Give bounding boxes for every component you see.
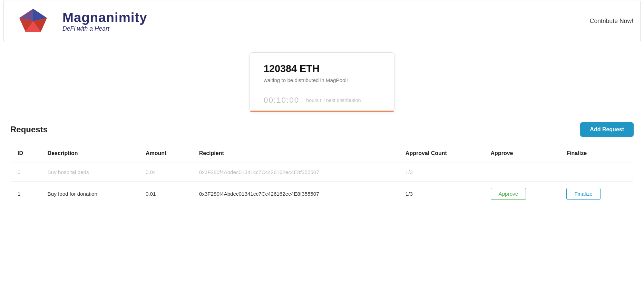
cell-description: Buy food for donation xyxy=(41,182,139,206)
cell-amount: 0.01 xyxy=(139,182,192,206)
cell-id: 1 xyxy=(11,182,41,206)
cell-finalize xyxy=(559,163,633,182)
finalize-button[interactable]: Finalize xyxy=(566,188,600,200)
cell-recipient: 0x3F280f4Abdec01341cc7Cc426162ec4E8f3555… xyxy=(192,182,399,206)
col-id: ID xyxy=(11,144,41,163)
col-finalize: Finalize xyxy=(559,144,633,163)
table-header-row: ID Description Amount Recipient Approval… xyxy=(11,144,634,163)
cell-recipient: 0x3F280f4Abdec01341cc7Cc426162ec4E8f3555… xyxy=(192,163,399,182)
requests-title: Requests xyxy=(10,125,48,134)
table-row: 1Buy food for donation0.010x3F280f4Abdec… xyxy=(11,182,634,206)
brand-logo xyxy=(11,7,56,35)
brand-tagline: DeFi with a Heart xyxy=(62,25,147,32)
requests-header: Requests Add Request xyxy=(10,122,634,137)
countdown-timer: 00:10:00 xyxy=(264,96,299,105)
cell-finalize: Finalize xyxy=(559,182,633,206)
table-body: 0Buy hospital beds0.040x3F280f4Abdec0134… xyxy=(11,163,634,206)
brand-text: Magnanimity DeFi with a Heart xyxy=(62,10,147,32)
col-description: Description xyxy=(41,144,139,163)
table-header: ID Description Amount Recipient Approval… xyxy=(11,144,634,163)
cell-approval-count: 1/3 xyxy=(399,182,484,206)
brand-name: Magnanimity xyxy=(62,10,147,25)
add-request-button[interactable]: Add Request xyxy=(580,122,634,137)
table-row: 0Buy hospital beds0.040x3F280f4Abdec0134… xyxy=(11,163,634,182)
timer-row: 00:10:00 hours till next distribution xyxy=(264,96,380,105)
col-approve: Approve xyxy=(484,144,560,163)
col-approval-count: Approval Count xyxy=(399,144,484,163)
cell-approve xyxy=(484,163,560,182)
cell-description: Buy hospital beds xyxy=(41,163,139,182)
pool-amount: 120384 ETH xyxy=(264,63,380,74)
col-amount: Amount xyxy=(139,144,192,163)
card-divider xyxy=(264,90,380,90)
cell-id: 0 xyxy=(11,163,41,182)
cell-approval-count: 1/3 xyxy=(399,163,484,182)
contribute-now-text: Contribute Now! xyxy=(590,18,633,25)
cell-amount: 0.04 xyxy=(139,163,192,182)
logo-area: Magnanimity DeFi with a Heart xyxy=(11,7,147,35)
card-accent-border xyxy=(250,111,394,112)
header: Magnanimity DeFi with a Heart Contribute… xyxy=(3,0,641,42)
requests-table: ID Description Amount Recipient Approval… xyxy=(10,144,634,206)
cell-approve: Approve xyxy=(484,182,560,206)
requests-section: Requests Add Request ID Description Amou… xyxy=(3,122,641,206)
pool-card: 120384 ETH waiting to be distributed in … xyxy=(250,52,394,112)
pool-subtitle: waiting to be distributed in MagPool! xyxy=(264,77,380,83)
timer-label: hours till next distribution xyxy=(306,98,361,103)
col-recipient: Recipient xyxy=(192,144,399,163)
approve-button[interactable]: Approve xyxy=(491,188,526,200)
